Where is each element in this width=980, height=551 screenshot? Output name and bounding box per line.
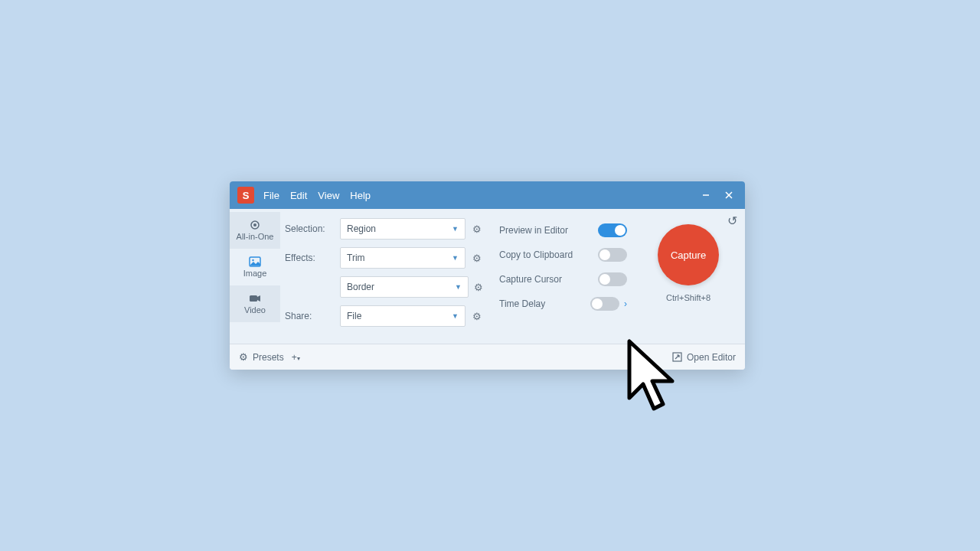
svg-rect-7 (250, 295, 257, 302)
add-preset-button[interactable]: +▾ (292, 352, 300, 363)
menu-file[interactable]: File (263, 190, 279, 201)
footer: ⚙ Presets +▾ Open Editor (230, 344, 745, 370)
share-settings-button[interactable]: ⚙ (469, 305, 485, 327)
toggles-column: Preview in Editor Copy to Clipboard Capt… (499, 218, 629, 334)
presets-button[interactable]: Presets (253, 352, 284, 363)
open-editor-icon (672, 352, 682, 362)
capture-window: S File Edit View Help All-in-One Image (230, 181, 745, 370)
minimize-button[interactable] (694, 181, 717, 209)
titlebar: S File Edit View Help (230, 181, 745, 209)
minimize-icon (701, 191, 710, 200)
share-dropdown[interactable]: File ▼ (340, 305, 466, 327)
gear-icon: ⚙ (474, 282, 483, 293)
menu-bar: File Edit View Help (263, 190, 371, 201)
chevron-down-icon: ▼ (452, 312, 459, 320)
content: Selection: Region ▼ ⚙ Effects: Trim ▼ ⚙ (280, 209, 745, 344)
menu-help[interactable]: Help (350, 190, 371, 201)
app-logo-icon: S (237, 187, 254, 204)
effects-2-settings-button[interactable]: ⚙ (472, 276, 485, 298)
preview-toggle[interactable] (598, 223, 627, 237)
dropdown-value: File (347, 311, 361, 321)
gear-icon: ⚙ (239, 351, 248, 363)
capture-label: Capture (671, 249, 706, 261)
tab-image[interactable]: Image (230, 249, 280, 285)
gear-icon: ⚙ (472, 311, 482, 322)
menu-edit[interactable]: Edit (290, 190, 307, 201)
close-icon (724, 191, 733, 200)
chevron-down-icon: ▼ (455, 283, 462, 291)
close-button[interactable] (717, 181, 740, 209)
gear-icon: ⚙ (472, 223, 482, 235)
tab-label: All-in-One (237, 232, 274, 241)
dropdown-value: Trim (347, 253, 365, 263)
cursor-label: Capture Cursor (499, 274, 562, 285)
undo-button[interactable]: ↺ (727, 214, 737, 228)
effects-label: Effects: (285, 253, 340, 263)
clipboard-toggle[interactable] (598, 248, 627, 262)
settings-column: Selection: Region ▼ ⚙ Effects: Trim ▼ ⚙ (285, 218, 485, 334)
mode-tabs: All-in-One Image Video (230, 209, 280, 344)
gear-icon: ⚙ (472, 253, 482, 264)
delay-expand-button[interactable]: › (624, 298, 627, 309)
video-icon (248, 293, 262, 304)
tab-video[interactable]: Video (230, 285, 280, 322)
dropdown-value: Region (347, 223, 376, 234)
tab-label: Image (243, 269, 267, 278)
chevron-down-icon: ▼ (452, 225, 459, 233)
selection-label: Selection: (285, 223, 340, 234)
capture-hotkey: Ctrl+Shift+8 (666, 293, 710, 302)
tab-all-in-one[interactable]: All-in-One (230, 212, 280, 249)
clipboard-label: Copy to Clipboard (499, 249, 573, 260)
capture-column: ↺ Capture Ctrl+Shift+8 (642, 218, 734, 334)
effects-dropdown-1[interactable]: Trim ▼ (340, 247, 466, 269)
dropdown-value: Border (347, 282, 374, 292)
selection-settings-button[interactable]: ⚙ (469, 218, 485, 240)
open-editor-button[interactable]: Open Editor (672, 352, 736, 363)
share-label: Share: (285, 311, 340, 321)
open-editor-label: Open Editor (687, 352, 736, 363)
effects-1-settings-button[interactable]: ⚙ (469, 247, 485, 269)
svg-point-4 (253, 223, 256, 227)
tab-label: Video (244, 305, 266, 315)
chevron-down-icon: ▼ (452, 254, 459, 262)
delay-toggle[interactable] (590, 297, 619, 311)
image-icon (248, 256, 262, 267)
preview-label: Preview in Editor (499, 225, 568, 236)
menu-view[interactable]: View (318, 190, 339, 201)
cursor-toggle[interactable] (598, 272, 627, 286)
capture-button[interactable]: Capture (658, 224, 719, 285)
effects-dropdown-2[interactable]: Border ▼ (340, 276, 469, 298)
selection-dropdown[interactable]: Region ▼ (340, 218, 466, 240)
delay-label: Time Delay (499, 298, 545, 309)
target-icon (248, 220, 262, 230)
undo-icon: ↺ (727, 214, 737, 227)
svg-point-6 (252, 259, 253, 261)
main-area: All-in-One Image Video Selection: Region… (230, 209, 745, 344)
